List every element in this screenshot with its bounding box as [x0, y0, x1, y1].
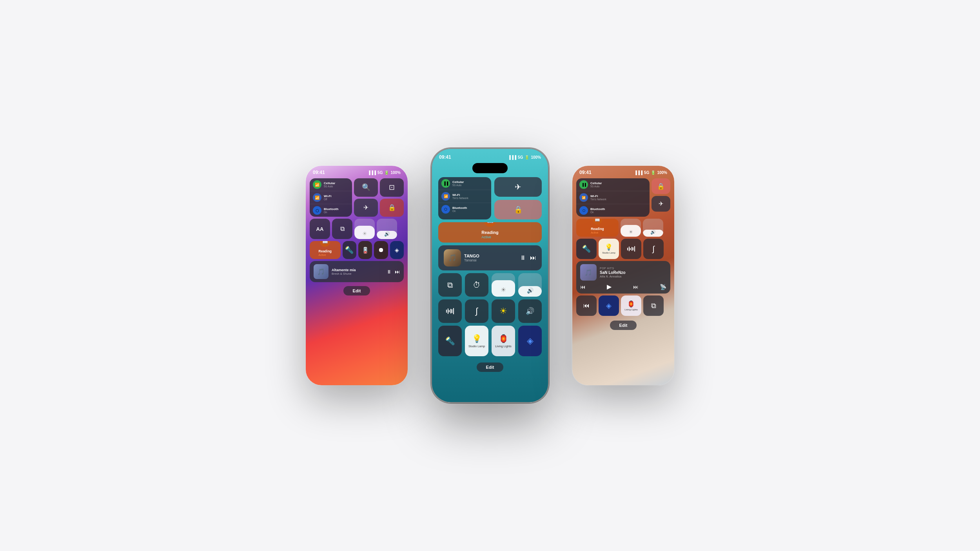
sun-button-center[interactable]: ☀ [492, 299, 515, 323]
living-lights-icon-right: 🏮 [627, 300, 635, 308]
window-button-right[interactable]: ⧉ [643, 295, 664, 316]
wifi-item-right[interactable]: 📶 Wi-Fi Tim's Network [576, 191, 650, 204]
phone-right: 09:41 ▐▐▐ 5G 🔋 100% ▐▐ Cellular 5G Auto [572, 166, 674, 385]
music-tile-right[interactable]: 🎵 POP HITS SaN LoReNzo Alfa ft. Annalisa… [576, 261, 670, 294]
studio-lamp-tile-center[interactable]: 💡 Studio Lamp [465, 326, 488, 356]
next-icon-left[interactable]: ⏭ [395, 269, 400, 275]
brightness-slider-center[interactable]: ☀ [492, 273, 515, 297]
cellular-sub-right: 5G Auto [590, 185, 602, 188]
reading-label-left: Reading [319, 249, 332, 253]
brightness-slider-left[interactable]: ☀ [354, 219, 375, 239]
waveform-button-right[interactable] [621, 239, 641, 259]
text-size-icon-left: AA [316, 226, 324, 232]
reading-tile-center[interactable]: 📖 Reading Active [438, 222, 542, 243]
brightness-slider-right[interactable]: ☀ [621, 219, 641, 237]
prev-icon-right[interactable]: ⏮ [580, 284, 586, 290]
center-row1: ▐▐ Cellular 5G Auto 📶 Wi-Fi Tim's Networ… [438, 177, 542, 219]
history-icon-right: ⏮ [583, 302, 590, 309]
edit-button-center[interactable]: Edit [477, 362, 504, 372]
shazam-button-left[interactable]: ◈ [390, 241, 404, 259]
left-row1: 📶 Cellular 5G Auto 📶 Wi-Fi Off [310, 178, 404, 217]
shazam-button-center[interactable]: ◈ [518, 326, 542, 356]
music-art-right: 🎵 [580, 264, 597, 281]
airplane-icon-right: ✈ [659, 200, 664, 207]
magnify-button-left[interactable]: 🔍 [354, 178, 378, 197]
window-button-center[interactable]: ⧉ [438, 273, 462, 297]
living-lights-tile-center[interactable]: 🏮 Living Lights [492, 326, 515, 356]
voicemail-button-left[interactable]: ⊡ [380, 178, 404, 197]
window-button-left[interactable]: ⧉ [332, 219, 352, 239]
studio-lamp-tile-right[interactable]: 💡 Studio Lamp [599, 239, 619, 259]
volume-slider-center[interactable]: 🔊 [518, 273, 542, 297]
connectivity-block-center[interactable]: ▐▐ Cellular 5G Auto 📶 Wi-Fi Tim's Networ… [438, 177, 491, 219]
music-tile-left[interactable]: 🎵 Altamente mia Bresh & Shune ⏸ ⏭ [310, 261, 404, 282]
flashlight-button-center[interactable]: 🔦 [438, 326, 462, 356]
music-art-left: 🎵 [314, 264, 328, 279]
music-controls-right: ⏮ ▶ ⏭ 📡 [580, 283, 666, 290]
connectivity-block-right[interactable]: ▐▐ Cellular 5G Auto 📶 Wi-Fi Tim's Networ… [576, 178, 650, 217]
lock-rotate-button-center[interactable]: 🔒 [494, 200, 542, 219]
timer-button-center[interactable]: ⏱ [465, 273, 488, 297]
living-lights-tile-right[interactable]: 🏮 Living Lights [621, 295, 641, 316]
airplane-icon-center: ✈ [515, 182, 521, 192]
window-icon-center: ⧉ [447, 281, 453, 290]
pause-icon-left[interactable]: ⏸ [387, 269, 392, 275]
script-button-right[interactable]: ∫ [643, 239, 664, 259]
right-row3: 🔦 💡 Studio Lamp [576, 239, 670, 259]
connectivity-block-left[interactable]: 📶 Cellular 5G Auto 📶 Wi-Fi Off [310, 178, 352, 217]
window-icon-right: ⧉ [651, 302, 656, 310]
cellular-sub-left: 5G Auto [324, 185, 335, 188]
music-artist-left: Bresh & Shune [332, 272, 383, 276]
music-artist-right: Alfa ft. Annalisa [600, 275, 666, 278]
time-right: 09:41 [579, 170, 592, 175]
airplane-button-right[interactable]: ✈ [652, 196, 670, 212]
wifi-sub-right: Tim's Network [590, 198, 606, 201]
pause-icon-center[interactable]: ⏸ [520, 254, 526, 261]
flashlight-button-left[interactable]: 🔦 [343, 241, 356, 259]
bluetooth-sub-right: On [590, 211, 605, 214]
flashlight-button-right[interactable]: 🔦 [576, 239, 597, 259]
play-icon-right[interactable]: ▶ [607, 283, 612, 290]
edit-button-left[interactable]: Edit [343, 286, 370, 295]
lock-rotate-button-right[interactable]: 🔒 [652, 178, 670, 194]
record-button-left[interactable]: ⏺ [374, 241, 388, 259]
bluetooth-item-center[interactable]: ⬡ Bluetooth On [438, 203, 491, 216]
wifi-item-left[interactable]: 📶 Wi-Fi Off [310, 191, 352, 204]
reading-tile-right[interactable]: 📖 Reading Active [576, 219, 619, 237]
next-icon-right[interactable]: ⏭ [633, 284, 639, 290]
script-button-center[interactable]: ∫ [465, 299, 488, 323]
waveform-button-center[interactable] [438, 299, 462, 323]
wifi-item-center[interactable]: 📶 Wi-Fi Tim's Network [438, 190, 491, 203]
living-lights-label-right: Living Lights [624, 308, 637, 311]
cellular-item-center[interactable]: ▐▐ Cellular 5G Auto [438, 177, 491, 190]
music-tile-center[interactable]: 🎵 TANGO Tananai ⏸ ⏭ [438, 245, 542, 270]
airplane-button-center[interactable]: ✈ [494, 177, 542, 197]
volume-slider-right[interactable]: 🔊 [643, 219, 663, 237]
vol-button-center[interactable]: 🔊 [518, 299, 542, 323]
edit-button-right[interactable]: Edit [610, 321, 637, 330]
right-row1: ▐▐ Cellular 5G Auto 📶 Wi-Fi Tim's Networ… [576, 178, 670, 217]
cellular-item-right[interactable]: ▐▐ Cellular 5G Auto [576, 178, 650, 191]
center-row2: 📖 Reading Active [438, 222, 542, 243]
music-controls-center: ⏸ ⏭ [520, 254, 536, 261]
phone-center: 09:41 ▐▐▐ 5G 🔋 100% ▐▐ Cellular [431, 148, 549, 403]
shazam-button-right[interactable]: ◈ [599, 295, 619, 316]
cellular-item-left[interactable]: 📶 Cellular 5G Auto [310, 178, 352, 191]
cellular-icon-left: 📶 [313, 180, 321, 189]
music-controls-left: ⏸ ⏭ [387, 269, 400, 275]
airplane-button-left[interactable]: ✈ [354, 199, 378, 217]
signal-type-right: 5G [644, 170, 649, 175]
reading-tile-left[interactable]: 📖 Reading Active [310, 241, 341, 259]
next-icon-center[interactable]: ⏭ [530, 254, 536, 261]
bluetooth-item-right[interactable]: ⬡ Bluetooth On [576, 204, 650, 217]
text-size-button-left[interactable]: AA [310, 219, 330, 239]
waveform-icon-right [627, 246, 635, 252]
volume-slider-left[interactable]: 🔊 [377, 219, 397, 239]
airplay-icon-right[interactable]: 📡 [660, 284, 666, 290]
history-button-right[interactable]: ⏮ [576, 295, 597, 316]
battery-button-left[interactable]: 🪫 [358, 241, 372, 259]
bluetooth-item-left[interactable]: ⬡ Bluetooth On [310, 204, 352, 217]
dynamic-island [472, 163, 508, 173]
right-top-quick: 🔒 ✈ [652, 178, 670, 217]
lock-rotate-button-left[interactable]: 🔒 [380, 199, 404, 217]
